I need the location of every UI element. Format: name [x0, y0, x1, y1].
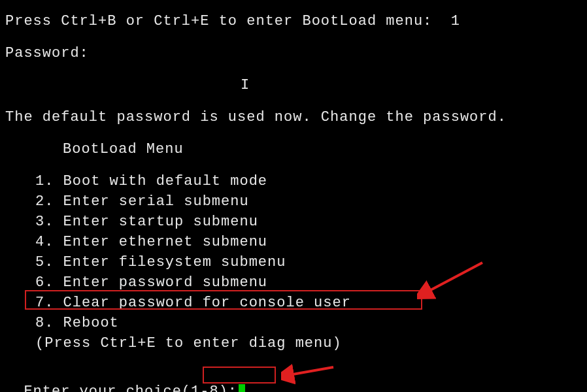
text-cursor-line: I — [5, 77, 582, 93]
menu-item-1[interactable]: 1. Boot with default mode — [5, 173, 582, 189]
menu-item-3[interactable]: 3. Enter startup submenu — [5, 214, 582, 230]
password-notice: The default password is used now. Change… — [5, 109, 582, 125]
menu-hint: (Press Ctrl+E to enter diag menu) — [5, 335, 582, 351]
boot-prompt-line: Press Ctrl+B or Ctrl+E to enter BootLoad… — [5, 13, 582, 29]
choice-prompt-line[interactable]: Enter your choice(1-8): — [5, 367, 582, 392]
menu-item-6[interactable]: 6. Enter password submenu — [5, 274, 582, 291]
menu-item-5[interactable]: 5. Enter filesystem submenu — [5, 254, 582, 270]
menu-title: BootLoad Menu — [5, 141, 582, 157]
menu-item-2[interactable]: 2. Enter serial submenu — [5, 193, 582, 210]
choice-prompt-label: Enter your choice(1-8): — [24, 384, 237, 392]
menu-item-7[interactable]: 7. Clear password for console user — [5, 295, 582, 311]
input-cursor-block — [239, 384, 245, 392]
menu-item-4[interactable]: 4. Enter ethernet submenu — [5, 234, 582, 250]
password-prompt[interactable]: Password: — [5, 45, 582, 61]
menu-item-8[interactable]: 8. Reboot — [5, 315, 582, 331]
